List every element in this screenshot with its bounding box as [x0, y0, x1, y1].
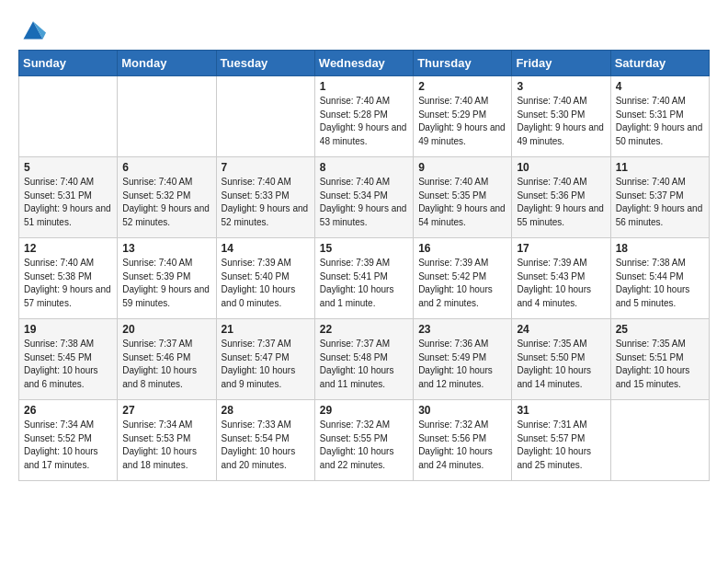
day-cell: [216, 76, 314, 157]
day-cell: 23Sunrise: 7:36 AM Sunset: 5:49 PM Dayli…: [414, 319, 512, 400]
day-cell: [118, 76, 216, 157]
day-cell: 27Sunrise: 7:34 AM Sunset: 5:53 PM Dayli…: [118, 400, 216, 481]
day-info: Sunrise: 7:40 AM Sunset: 5:39 PM Dayligh…: [122, 257, 210, 310]
day-cell: 19Sunrise: 7:38 AM Sunset: 5:45 PM Dayli…: [19, 319, 118, 400]
logo-icon: [20, 17, 46, 42]
day-cell: 11Sunrise: 7:40 AM Sunset: 5:37 PM Dayli…: [610, 157, 709, 238]
day-info: Sunrise: 7:39 AM Sunset: 5:42 PM Dayligh…: [418, 257, 506, 310]
day-cell: 30Sunrise: 7:32 AM Sunset: 5:56 PM Dayli…: [414, 400, 512, 481]
day-info: Sunrise: 7:37 AM Sunset: 5:47 PM Dayligh…: [222, 338, 310, 391]
day-number: 25: [616, 323, 704, 336]
day-info: Sunrise: 7:36 AM Sunset: 5:49 PM Dayligh…: [418, 338, 506, 391]
day-number: 15: [320, 242, 408, 255]
day-number: 13: [122, 242, 210, 255]
day-cell: 20Sunrise: 7:37 AM Sunset: 5:46 PM Dayli…: [118, 319, 216, 400]
day-info: Sunrise: 7:35 AM Sunset: 5:50 PM Dayligh…: [517, 338, 605, 391]
day-number: 27: [122, 404, 210, 417]
day-cell: 2Sunrise: 7:40 AM Sunset: 5:29 PM Daylig…: [414, 76, 512, 157]
day-number: 19: [24, 323, 112, 336]
day-number: 31: [517, 404, 605, 417]
day-cell: 6Sunrise: 7:40 AM Sunset: 5:32 PM Daylig…: [118, 157, 216, 238]
day-number: 5: [24, 161, 112, 174]
day-info: Sunrise: 7:39 AM Sunset: 5:40 PM Dayligh…: [222, 257, 310, 310]
day-cell: 29Sunrise: 7:32 AM Sunset: 5:55 PM Dayli…: [314, 400, 413, 481]
day-cell: 10Sunrise: 7:40 AM Sunset: 5:36 PM Dayli…: [512, 157, 610, 238]
header-cell-sunday: Sunday: [19, 51, 118, 76]
day-cell: 12Sunrise: 7:40 AM Sunset: 5:38 PM Dayli…: [19, 238, 118, 319]
day-number: 11: [616, 161, 704, 174]
day-number: 2: [418, 80, 506, 93]
day-info: Sunrise: 7:40 AM Sunset: 5:31 PM Dayligh…: [616, 95, 704, 148]
day-number: 4: [616, 80, 704, 93]
day-cell: 3Sunrise: 7:40 AM Sunset: 5:30 PM Daylig…: [512, 76, 610, 157]
day-info: Sunrise: 7:32 AM Sunset: 5:55 PM Dayligh…: [320, 419, 408, 472]
day-number: 14: [222, 242, 310, 255]
day-info: Sunrise: 7:40 AM Sunset: 5:30 PM Dayligh…: [517, 95, 605, 148]
day-cell: 22Sunrise: 7:37 AM Sunset: 5:48 PM Dayli…: [314, 319, 413, 400]
day-cell: [19, 76, 118, 157]
day-number: 22: [320, 323, 408, 336]
day-number: 30: [418, 404, 506, 417]
week-row-4: 19Sunrise: 7:38 AM Sunset: 5:45 PM Dayli…: [19, 319, 710, 400]
day-number: 6: [122, 161, 210, 174]
day-cell: 17Sunrise: 7:39 AM Sunset: 5:43 PM Dayli…: [512, 238, 610, 319]
day-number: 21: [222, 323, 310, 336]
day-number: 29: [320, 404, 408, 417]
day-info: Sunrise: 7:40 AM Sunset: 5:33 PM Dayligh…: [222, 176, 310, 229]
week-row-2: 5Sunrise: 7:40 AM Sunset: 5:31 PM Daylig…: [19, 157, 710, 238]
day-info: Sunrise: 7:40 AM Sunset: 5:32 PM Dayligh…: [122, 176, 210, 229]
day-number: 10: [517, 161, 605, 174]
day-info: Sunrise: 7:39 AM Sunset: 5:41 PM Dayligh…: [320, 257, 408, 310]
week-row-5: 26Sunrise: 7:34 AM Sunset: 5:52 PM Dayli…: [19, 400, 710, 481]
day-cell: 4Sunrise: 7:40 AM Sunset: 5:31 PM Daylig…: [610, 76, 709, 157]
header-cell-saturday: Saturday: [610, 51, 709, 76]
calendar-page: SundayMondayTuesdayWednesdayThursdayFrid…: [0, 0, 728, 498]
day-number: 9: [418, 161, 506, 174]
day-cell: 28Sunrise: 7:33 AM Sunset: 5:54 PM Dayli…: [216, 400, 314, 481]
day-info: Sunrise: 7:33 AM Sunset: 5:54 PM Dayligh…: [222, 419, 310, 472]
day-cell: 15Sunrise: 7:39 AM Sunset: 5:41 PM Dayli…: [314, 238, 413, 319]
day-info: Sunrise: 7:40 AM Sunset: 5:38 PM Dayligh…: [24, 257, 112, 310]
day-cell: 14Sunrise: 7:39 AM Sunset: 5:40 PM Dayli…: [216, 238, 314, 319]
day-cell: 21Sunrise: 7:37 AM Sunset: 5:47 PM Dayli…: [216, 319, 314, 400]
day-cell: 16Sunrise: 7:39 AM Sunset: 5:42 PM Dayli…: [414, 238, 512, 319]
day-info: Sunrise: 7:38 AM Sunset: 5:44 PM Dayligh…: [616, 257, 704, 310]
header-cell-thursday: Thursday: [414, 51, 512, 76]
day-number: 7: [222, 161, 310, 174]
day-info: Sunrise: 7:34 AM Sunset: 5:52 PM Dayligh…: [24, 419, 112, 472]
day-info: Sunrise: 7:40 AM Sunset: 5:36 PM Dayligh…: [517, 176, 605, 229]
day-number: 20: [122, 323, 210, 336]
day-cell: 18Sunrise: 7:38 AM Sunset: 5:44 PM Dayli…: [610, 238, 709, 319]
day-info: Sunrise: 7:32 AM Sunset: 5:56 PM Dayligh…: [418, 419, 506, 472]
day-number: 18: [616, 242, 704, 255]
day-number: 23: [418, 323, 506, 336]
header-cell-tuesday: Tuesday: [216, 51, 314, 76]
day-cell: 24Sunrise: 7:35 AM Sunset: 5:50 PM Dayli…: [512, 319, 610, 400]
day-number: 28: [222, 404, 310, 417]
day-cell: 13Sunrise: 7:40 AM Sunset: 5:39 PM Dayli…: [118, 238, 216, 319]
day-cell: 5Sunrise: 7:40 AM Sunset: 5:31 PM Daylig…: [19, 157, 118, 238]
calendar-header: SundayMondayTuesdayWednesdayThursdayFrid…: [19, 51, 710, 76]
day-number: 26: [24, 404, 112, 417]
header-row: SundayMondayTuesdayWednesdayThursdayFrid…: [19, 51, 710, 76]
day-info: Sunrise: 7:31 AM Sunset: 5:57 PM Dayligh…: [517, 419, 605, 472]
day-cell: 7Sunrise: 7:40 AM Sunset: 5:33 PM Daylig…: [216, 157, 314, 238]
day-cell: 1Sunrise: 7:40 AM Sunset: 5:28 PM Daylig…: [314, 76, 413, 157]
day-number: 8: [320, 161, 408, 174]
header-cell-friday: Friday: [512, 51, 610, 76]
day-number: 3: [517, 80, 605, 93]
calendar-body: 1Sunrise: 7:40 AM Sunset: 5:28 PM Daylig…: [19, 76, 710, 481]
day-number: 24: [517, 323, 605, 336]
day-cell: 9Sunrise: 7:40 AM Sunset: 5:35 PM Daylig…: [414, 157, 512, 238]
day-info: Sunrise: 7:40 AM Sunset: 5:35 PM Dayligh…: [418, 176, 506, 229]
day-info: Sunrise: 7:35 AM Sunset: 5:51 PM Dayligh…: [616, 338, 704, 391]
header-cell-monday: Monday: [118, 51, 216, 76]
day-number: 17: [517, 242, 605, 255]
day-info: Sunrise: 7:40 AM Sunset: 5:31 PM Dayligh…: [24, 176, 112, 229]
day-info: Sunrise: 7:40 AM Sunset: 5:29 PM Dayligh…: [418, 95, 506, 148]
day-info: Sunrise: 7:37 AM Sunset: 5:48 PM Dayligh…: [320, 338, 408, 391]
day-cell: [610, 400, 709, 481]
day-cell: 8Sunrise: 7:40 AM Sunset: 5:34 PM Daylig…: [314, 157, 413, 238]
day-number: 16: [418, 242, 506, 255]
week-row-3: 12Sunrise: 7:40 AM Sunset: 5:38 PM Dayli…: [19, 238, 710, 319]
